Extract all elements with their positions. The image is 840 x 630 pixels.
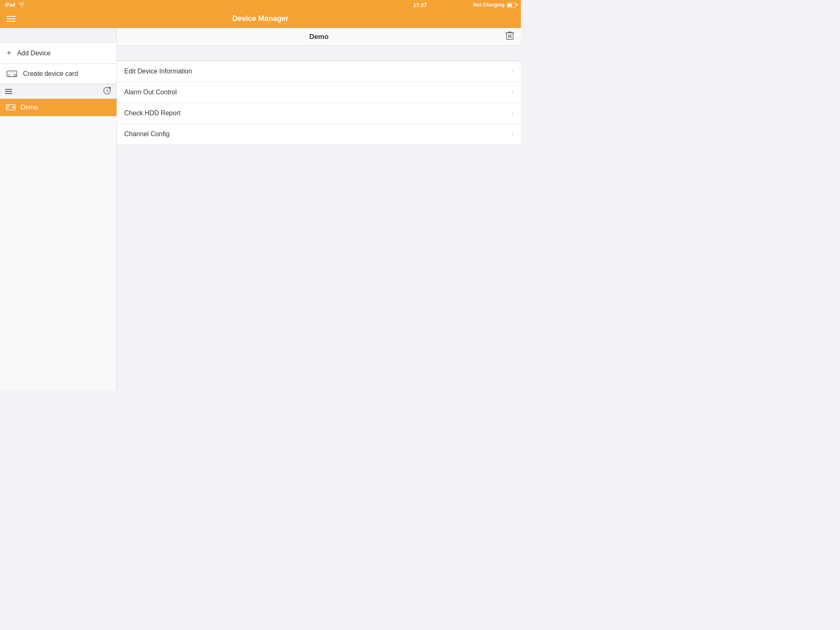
alarm-out-control-label: Alarm Out Control [124,89,177,96]
battery-indicator [507,3,516,7]
status-bar-right: Not Charging [473,2,516,8]
check-hdd-report-chevron: › [511,110,514,117]
add-device-label: Add Device [17,50,51,57]
sync-clock-icon[interactable] [103,86,112,97]
sidebar: + Add Device Create device card [0,28,117,390]
hamburger-line-3 [7,21,16,22]
nav-bar-left [7,16,16,22]
filter-line-3 [5,93,12,94]
svg-rect-10 [12,106,14,108]
channel-config-item[interactable]: Channel Config › [117,124,521,145]
card-icon [7,70,17,78]
channel-config-label: Channel Config [124,130,169,138]
main-layout: + Add Device Create device card [0,28,521,390]
menu-button[interactable] [7,16,16,22]
edit-device-info-label: Edit Device Information [124,68,192,75]
device-card-icon [6,104,16,111]
device-list-item[interactable]: Demo [0,99,116,116]
plus-icon: + [7,48,11,58]
create-device-card-button[interactable]: Create device card [0,64,116,84]
alarm-out-control-chevron: › [511,89,514,96]
content-header-title: Demo [309,33,329,41]
battery-fill [508,4,512,7]
content-section-spacer [117,46,521,61]
sidebar-top-spacer [0,28,116,43]
battery-body [507,3,516,7]
content-panel: Demo Edit Device Information › Alarm Ou [117,28,521,390]
create-device-card-label: Create device card [23,70,78,78]
edit-device-info-item[interactable]: Edit Device Information › [117,61,521,82]
delete-device-button[interactable] [505,31,514,43]
device-list: Demo [0,99,116,390]
content-menu-list: Edit Device Information › Alarm Out Cont… [117,61,521,145]
hamburger-line-1 [7,16,16,17]
filter-line-2 [5,91,12,92]
content-header: Demo [117,28,521,46]
filter-lines-icon[interactable] [5,89,12,94]
status-bar-left: iPad [5,2,25,8]
device-label: iPad [5,2,15,8]
nav-bar-title: Device Manager [232,14,288,23]
alarm-out-control-item[interactable]: Alarm Out Control › [117,82,521,103]
svg-rect-1 [7,71,17,73]
edit-device-info-chevron: › [511,68,514,75]
wifi-icon [18,2,25,8]
device-item-demo-label: Demo [21,104,38,111]
status-bar: iPad 17:27 Not Charging [0,0,521,10]
check-hdd-report-label: Check HDD Report [124,110,180,117]
add-device-button[interactable]: + Add Device [0,43,116,64]
svg-rect-4 [14,74,16,76]
channel-config-chevron: › [511,130,514,138]
filter-line-1 [5,89,12,90]
sidebar-filter-bar [0,84,116,99]
nav-bar: Device Manager [0,10,521,28]
hamburger-line-2 [7,18,16,19]
battery-status-label: Not Charging [473,2,504,8]
check-hdd-report-item[interactable]: Check HDD Report › [117,103,521,124]
status-bar-time: 17:27 [413,2,427,8]
